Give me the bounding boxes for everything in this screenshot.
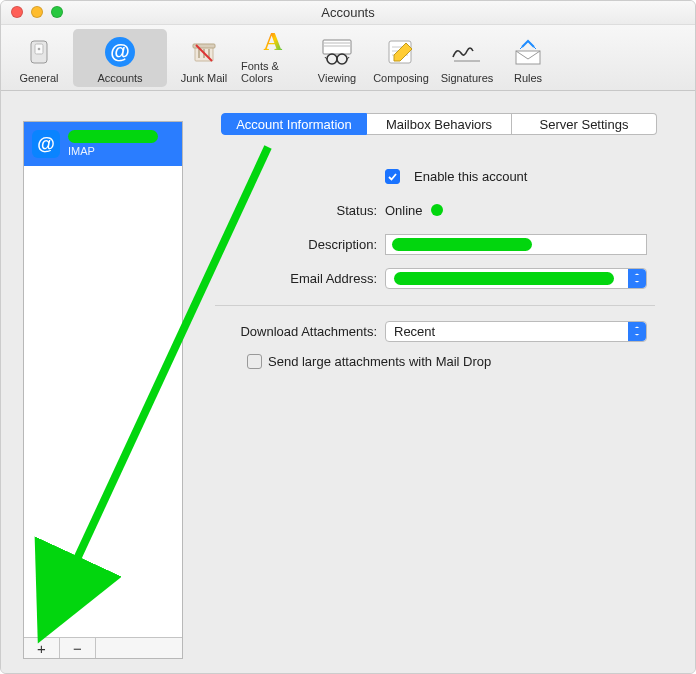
tab-junk-mail[interactable]: Junk Mail xyxy=(169,29,239,87)
status-indicator-icon xyxy=(431,204,443,216)
account-detail-pane: Account Information Mailbox Behaviors Se… xyxy=(201,107,677,657)
tab-fonts-colors[interactable]: A Fonts & Colors xyxy=(241,29,305,87)
fonts-colors-icon: A xyxy=(255,26,291,58)
trash-icon xyxy=(186,34,222,70)
download-attachments-select[interactable]: Recent xyxy=(385,321,647,342)
svg-rect-12 xyxy=(323,40,351,54)
accounts-sidebar: @ IMAP + − xyxy=(23,121,183,659)
tab-signatures[interactable]: Signatures xyxy=(435,29,499,87)
titlebar: Accounts xyxy=(1,1,695,25)
email-redacted xyxy=(394,272,614,285)
account-name-redacted xyxy=(68,130,158,143)
tab-mailbox-behaviors[interactable]: Mailbox Behaviors xyxy=(367,113,512,135)
rules-icon xyxy=(510,34,546,70)
chevron-updown-icon xyxy=(628,269,646,288)
svg-point-16 xyxy=(337,54,347,64)
status-label: Status: xyxy=(211,203,385,218)
tab-fonts-colors-label: Fonts & Colors xyxy=(241,60,305,84)
svg-point-15 xyxy=(327,54,337,64)
close-window-button[interactable] xyxy=(11,6,23,18)
zoom-window-button[interactable] xyxy=(51,6,63,18)
tab-signatures-label: Signatures xyxy=(441,72,494,84)
preferences-toolbar: General @ Accounts xyxy=(1,25,695,91)
at-sign-icon: @ xyxy=(102,34,138,70)
svg-rect-7 xyxy=(198,49,200,58)
status-value: Online xyxy=(385,203,423,218)
compose-icon xyxy=(383,34,419,70)
add-account-button[interactable]: + xyxy=(24,638,60,658)
svg-point-2 xyxy=(38,47,41,50)
at-sign-icon: @ xyxy=(32,130,60,158)
glasses-icon xyxy=(319,34,355,70)
email-label: Email Address: xyxy=(211,271,385,286)
tab-accounts[interactable]: @ Accounts xyxy=(73,29,167,87)
tab-composing[interactable]: Composing xyxy=(369,29,433,87)
download-attachments-label: Download Attachments: xyxy=(211,324,385,339)
mail-drop-label: Send large attachments with Mail Drop xyxy=(268,354,491,369)
tab-rules[interactable]: Rules xyxy=(501,29,555,87)
description-redacted xyxy=(392,238,532,251)
description-field[interactable] xyxy=(385,234,647,255)
tab-accounts-label: Accounts xyxy=(97,72,142,84)
accounts-list[interactable]: @ IMAP xyxy=(24,122,182,637)
account-type-label: IMAP xyxy=(68,144,158,158)
description-label: Description: xyxy=(211,237,385,252)
download-attachments-value: Recent xyxy=(394,324,435,339)
tab-viewing[interactable]: Viewing xyxy=(307,29,367,87)
account-tabs: Account Information Mailbox Behaviors Se… xyxy=(221,113,657,135)
tab-viewing-label: Viewing xyxy=(318,72,356,84)
tab-junk-mail-label: Junk Mail xyxy=(181,72,227,84)
tab-general-label: General xyxy=(19,72,58,84)
tab-composing-label: Composing xyxy=(373,72,429,84)
svg-text:A: A xyxy=(264,27,283,56)
email-address-select[interactable] xyxy=(385,268,647,289)
chevron-updown-icon xyxy=(628,322,646,341)
remove-account-button[interactable]: − xyxy=(60,638,96,658)
enable-account-checkbox[interactable] xyxy=(385,169,400,184)
svg-text:@: @ xyxy=(110,40,130,62)
divider xyxy=(215,305,655,306)
signature-icon xyxy=(449,34,485,70)
accounts-list-toolbar: + − xyxy=(24,637,182,659)
tab-server-settings[interactable]: Server Settings xyxy=(512,113,657,135)
tab-general[interactable]: General xyxy=(7,29,71,87)
minimize-window-button[interactable] xyxy=(31,6,43,18)
window-title: Accounts xyxy=(321,5,374,20)
enable-account-label: Enable this account xyxy=(414,169,527,184)
tab-account-information[interactable]: Account Information xyxy=(221,113,367,135)
mail-drop-checkbox[interactable] xyxy=(247,354,262,369)
tab-rules-label: Rules xyxy=(514,72,542,84)
account-item[interactable]: @ IMAP xyxy=(24,122,182,166)
switch-icon xyxy=(21,34,57,70)
